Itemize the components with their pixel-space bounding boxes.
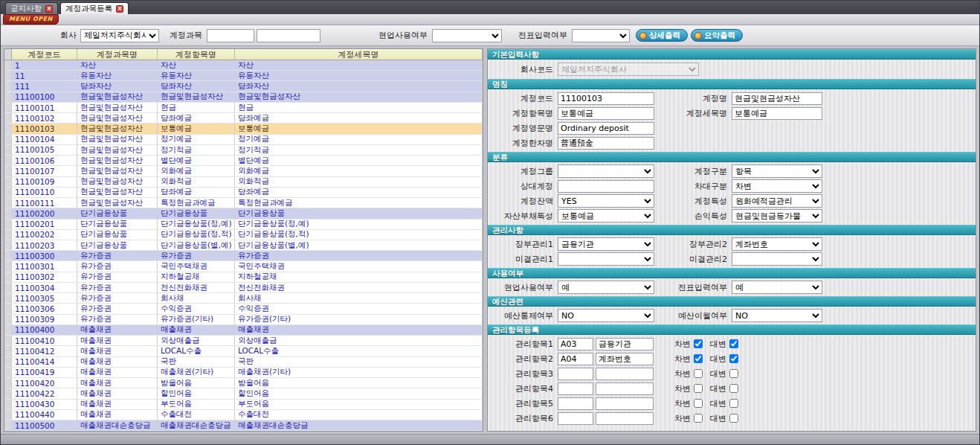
row-selector[interactable] [4,293,12,303]
row-selector[interactable] [4,198,12,208]
table-row[interactable]: 1자산자산자산 [4,60,483,71]
tab-notice[interactable]: 공지사항 × [5,2,58,14]
field-select[interactable]: 예 [732,281,822,294]
table-row[interactable]: 11100300유가증권유가증권유가증권 [4,251,483,261]
mgmt-item-name-input[interactable] [596,382,654,395]
credit-checkbox[interactable] [729,354,738,363]
field-select[interactable]: NO [732,309,822,322]
row-selector[interactable] [4,261,12,271]
table-row[interactable]: 11100201단기금융상품단기금융상품(정,예)단기금융상품(정,예) [4,220,483,230]
field-select[interactable]: 항목 [732,164,822,178]
row-selector[interactable] [4,346,12,356]
row-selector[interactable] [4,336,12,345]
mgmt-item-code-input[interactable] [558,412,593,425]
field-select[interactable]: 원화예적금관리 [732,194,822,208]
row-selector[interactable] [4,400,12,409]
row-selector[interactable] [4,188,12,197]
account-code-search-input[interactable] [207,29,254,42]
table-row[interactable]: 11100109현금및현금성자산외화적금외화적금 [4,177,483,188]
debit-checkbox[interactable] [694,414,703,423]
table-row[interactable]: 11100102현금및현금성자산당좌예금당좌예금 [4,113,483,124]
table-row[interactable]: 11100309유가증권유가증권(기타)유가증권(기타) [4,315,483,325]
debit-checkbox[interactable] [694,369,703,378]
debit-checkbox[interactable] [694,399,703,408]
table-row[interactable]: 11100306유가증권수익증권수익증권 [4,304,483,314]
row-selector[interactable] [4,166,12,176]
field-select[interactable]: NO [558,309,654,322]
row-selector[interactable] [4,81,12,91]
field-select[interactable] [732,252,822,266]
table-row[interactable]: 11100414매출채권국판국판 [4,357,483,368]
row-selector[interactable] [4,220,12,229]
row-selector[interactable] [4,240,12,250]
english-name-input[interactable] [558,122,654,135]
mgmt-item-code-input[interactable] [558,397,593,410]
row-selector[interactable] [4,230,12,240]
row-selector[interactable] [4,283,12,292]
table-row[interactable]: 11100202단기금융상품단기금융상품(정,적)단기금융상품(정,적) [4,230,483,240]
table-row[interactable]: 11100106현금및현금성자산별단예금별단예금 [4,156,483,166]
row-selector[interactable] [4,145,12,155]
table-row[interactable]: 11100301유가증권국민주택채권국민주택채권 [4,261,483,272]
field-select[interactable]: YES [558,194,654,208]
row-selector[interactable] [4,378,12,388]
table-row[interactable]: 11100101현금및현금성자산현금현금 [4,103,483,113]
credit-checkbox[interactable] [729,339,738,348]
debit-checkbox[interactable] [694,384,703,393]
debit-checkbox[interactable] [694,339,703,348]
credit-checkbox[interactable] [729,399,738,408]
company-select[interactable]: 제일저지주식회사 [80,29,159,42]
field-select[interactable]: 현금및현금등가물 [732,209,822,222]
table-row[interactable]: 11100412매출채권LOCAL수출LOCAL수출 [4,346,483,356]
row-selector[interactable] [4,177,12,187]
credit-checkbox[interactable] [729,384,738,393]
row-selector[interactable] [4,325,12,335]
account-name-input[interactable] [732,92,822,105]
detail-print-button[interactable]: 상세출력 [636,29,688,42]
row-selector[interactable] [4,156,12,165]
table-row[interactable]: 11100305유가증권회사채회사채 [4,293,483,304]
mgmt-item-name-input[interactable] [596,368,654,380]
table-row[interactable]: 11100302유가증권지하철공채지하철공채 [4,272,483,283]
table-row[interactable]: 11100420매출채권받을어음받을어음 [4,378,483,388]
table-row[interactable]: 11100440매출채권수출대전수출대전 [4,410,483,420]
account-name-search-input[interactable] [257,29,320,42]
table-row[interactable]: 11100110현금및현금성자산당좌예금당좌예금 [4,188,483,198]
account-code-input[interactable] [558,92,654,105]
row-selector[interactable] [4,113,12,123]
mgmt-item-code-input[interactable] [558,368,593,380]
row-selector[interactable] [4,92,12,102]
mgmt-item-name-input[interactable] [596,338,654,350]
mgmt-item-code-input[interactable] [558,382,593,395]
table-row[interactable]: 11100410매출채권외상매출금외상매출금 [4,336,483,346]
mgmt-item-name-input[interactable] [596,353,654,365]
row-selector[interactable] [4,124,12,133]
field-use-select[interactable] [432,29,502,42]
table-row[interactable]: 11100107현금및현금성자산외화예금외화예금 [4,166,483,176]
summary-print-button[interactable]: 요약출력 [691,29,743,42]
field-select[interactable]: 보통예금 [558,209,654,222]
close-icon[interactable]: × [116,5,123,13]
table-row[interactable]: 11100103현금및현금성자산보통예금보통예금 [4,124,483,134]
row-selector[interactable] [4,315,12,324]
row-selector[interactable] [4,251,12,260]
table-row[interactable]: 11100422매출채권할인어음할인어음 [4,388,483,399]
detail-name-input[interactable] [732,107,822,120]
table-row[interactable]: 11100430매출채권부도어음부도어음 [4,400,483,410]
row-selector[interactable] [4,272,12,282]
hanja-name-input[interactable] [558,137,654,150]
row-selector[interactable] [4,60,12,70]
mgmt-item-name-input[interactable] [596,397,654,410]
table-row[interactable]: 11100100현금및현금성자산현금및현금성자산현금및현금성자산 [4,92,483,103]
close-icon[interactable]: × [45,5,53,13]
company-code-select[interactable]: 제일저지주식회사 [558,63,699,76]
table-row[interactable]: 11100500매출채권대손충당금매출채권대손충당금매출채권대손충당금 [4,420,483,431]
mgmt-item-name-input[interactable] [596,412,654,425]
table-row[interactable]: 11100104현금및현금성자산정기예금정기예금 [4,135,483,145]
field-select[interactable]: 계좌번호 [732,237,822,251]
field-select[interactable]: 예 [558,281,654,294]
row-selector[interactable] [4,103,12,112]
table-row[interactable]: 11100419매출채권매출채권(기타)매출채권(기타) [4,368,483,378]
field-select[interactable]: 차변 [732,179,822,193]
row-selector[interactable] [4,135,12,144]
